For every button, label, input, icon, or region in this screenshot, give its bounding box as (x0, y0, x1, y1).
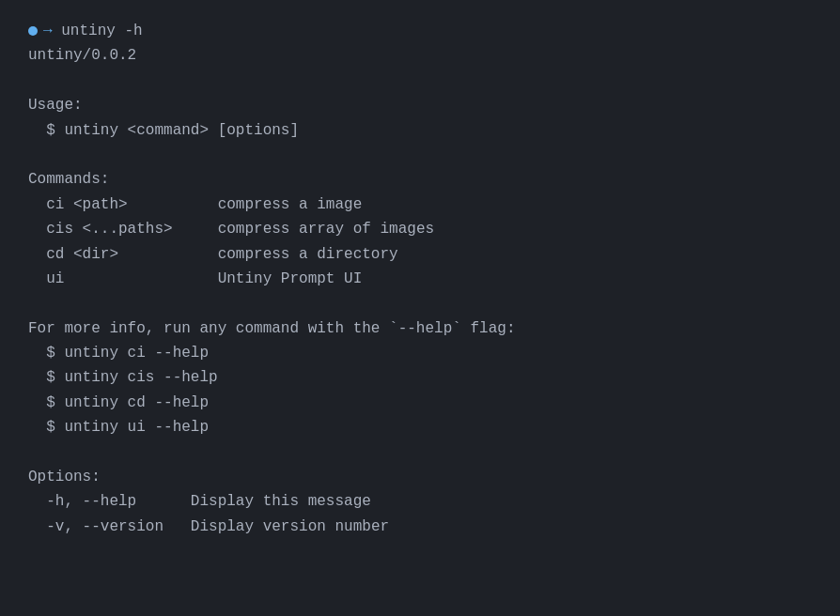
prompt-dot (28, 26, 38, 36)
cmd-cd-name: cd <dir> (46, 246, 118, 263)
info-ui-help: $ untiny ui --help (46, 419, 209, 436)
cmd-ui-desc: Untiny Prompt UI (218, 270, 363, 287)
cmd-ui-name: ui (46, 270, 64, 287)
terminal: → untiny -h untiny/0.0.2 Usage: $ untiny… (28, 19, 812, 597)
cmd-ci-desc: compress a image (218, 196, 363, 213)
cmd-cis-name: cis <...paths> (46, 221, 172, 238)
option-help-flag: -h, --help (46, 493, 136, 510)
cmd-cis-desc: compress array of images (218, 221, 434, 238)
info-ci-help: $ untiny ci --help (46, 345, 209, 362)
info-cd-help: $ untiny cd --help (46, 394, 209, 411)
option-help-desc: Display this message (191, 493, 371, 510)
version-text: untiny/0.0.2 (28, 47, 136, 64)
info-cis-help: $ untiny cis --help (46, 369, 217, 386)
terminal-output: → untiny -h untiny/0.0.2 Usage: $ untiny… (28, 19, 812, 539)
commands-label: Commands: (28, 171, 109, 188)
usage-label: Usage: (28, 97, 83, 114)
prompt-command: untiny -h (61, 23, 142, 39)
info-text: For more info, run any command with the … (28, 320, 515, 337)
cmd-cd-desc: compress a directory (218, 246, 398, 263)
options-label: Options: (28, 469, 101, 485)
usage-command: $ untiny <command> [options] (46, 122, 299, 139)
option-version-flag: -v, --version (46, 518, 163, 535)
cmd-ci-name: ci <path> (46, 196, 127, 213)
prompt-arrow: → (43, 23, 53, 39)
option-version-desc: Display version number (191, 518, 389, 535)
